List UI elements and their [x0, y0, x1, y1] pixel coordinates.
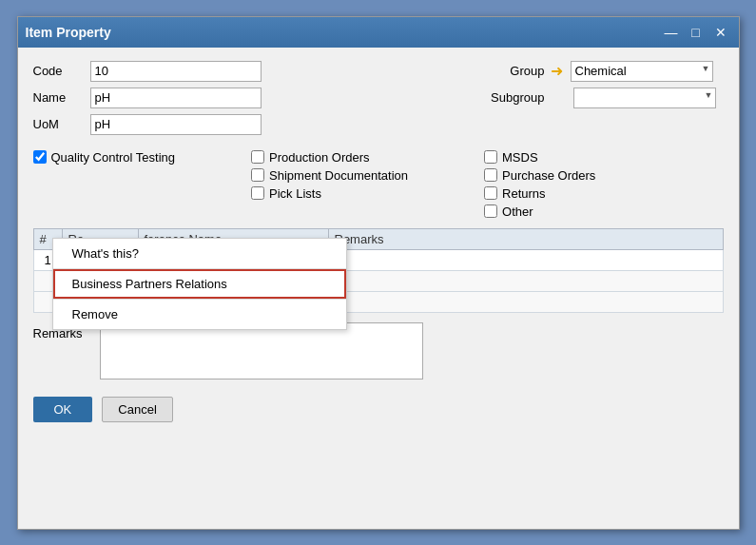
context-menu: What's this? Business Partners Relations…	[52, 238, 347, 330]
production-orders-checkbox[interactable]	[251, 150, 264, 164]
uom-input[interactable]	[90, 114, 262, 135]
context-menu-remove[interactable]: Remove	[53, 300, 346, 329]
checkbox-col-3: MSDS Purchase Orders Returns Other	[484, 150, 595, 219]
shipment-doc-checkbox-item: Shipment Documentation	[251, 168, 408, 183]
group-label: Group	[483, 64, 545, 78]
remarks-section: Remarks	[33, 322, 724, 380]
production-orders-checkbox-item: Production Orders	[251, 150, 408, 165]
name-row: Name	[33, 88, 262, 108]
remarks-textarea[interactable]	[100, 322, 423, 380]
returns-checkbox[interactable]	[484, 186, 497, 200]
content-area: Code Name UoM Group ➜	[18, 48, 739, 436]
title-bar: Item Property — □ ✕	[18, 17, 739, 48]
window-title: Item Property	[26, 25, 111, 40]
pick-lists-checkbox-item: Pick Lists	[251, 186, 408, 201]
window-controls: — □ ✕	[661, 23, 731, 42]
msds-checkbox[interactable]	[484, 150, 497, 164]
shipment-doc-checkbox[interactable]	[251, 168, 264, 182]
returns-label: Returns	[502, 186, 546, 201]
msds-label: MSDS	[502, 150, 538, 165]
production-orders-label: Production Orders	[269, 150, 370, 165]
ok-button[interactable]: OK	[33, 397, 93, 422]
msds-checkbox-item: MSDS	[484, 150, 595, 165]
purchase-orders-label: Purchase Orders	[502, 168, 595, 183]
cancel-button[interactable]: Cancel	[102, 397, 172, 422]
minimize-button[interactable]: —	[661, 23, 682, 42]
shipment-doc-label: Shipment Documentation	[269, 168, 408, 183]
group-select-wrapper: Chemical	[571, 61, 713, 82]
item-property-window: Item Property — □ ✕ Code Name UoM	[17, 16, 740, 530]
group-row: Group ➜ Chemical	[483, 61, 716, 82]
code-row: Code	[33, 61, 262, 82]
subgroup-label: Subgroup	[483, 90, 545, 105]
checkbox-col-1: Quality Control Testing	[33, 150, 176, 165]
other-checkbox-item: Other	[484, 204, 595, 219]
checkbox-col-2: Production Orders Shipment Documentation…	[251, 150, 408, 201]
arrow-icon: ➜	[551, 62, 563, 80]
name-label: Name	[33, 90, 90, 105]
cell-rem-3	[328, 291, 723, 312]
pick-lists-label: Pick Lists	[269, 186, 321, 201]
other-checkbox[interactable]	[484, 204, 497, 218]
cell-rem-2	[328, 270, 723, 291]
button-bar: OK Cancel	[33, 393, 724, 422]
purchase-orders-checkbox[interactable]	[484, 168, 497, 182]
context-menu-whats-this[interactable]: What's this?	[53, 239, 346, 268]
uom-row: UoM	[33, 114, 262, 135]
context-menu-business-partners[interactable]: Business Partners Relations	[53, 269, 346, 299]
group-select[interactable]: Chemical	[571, 61, 713, 82]
subgroup-select[interactable]	[573, 88, 716, 108]
subgroup-row: Subgroup	[483, 88, 716, 108]
cell-rem-1	[328, 249, 723, 270]
table-section: # Re ference Name Remarks 1	[33, 228, 724, 313]
code-label: Code	[33, 64, 90, 78]
code-input[interactable]	[90, 61, 262, 82]
pick-lists-checkbox[interactable]	[251, 186, 264, 200]
quality-control-checkbox-item: Quality Control Testing	[33, 150, 176, 165]
maximize-button[interactable]: □	[686, 23, 707, 42]
returns-checkbox-item: Returns	[484, 186, 595, 201]
name-input[interactable]	[90, 88, 262, 108]
close-button[interactable]: ✕	[710, 23, 731, 42]
quality-control-label: Quality Control Testing	[51, 150, 176, 165]
subgroup-select-wrapper	[573, 88, 716, 108]
quality-control-checkbox[interactable]	[33, 150, 47, 164]
col-header-remarks: Remarks	[328, 228, 723, 249]
purchase-orders-checkbox-item: Purchase Orders	[484, 168, 595, 183]
uom-label: UoM	[33, 117, 90, 131]
other-label: Other	[502, 204, 533, 219]
checkboxes-section: Quality Control Testing Production Order…	[33, 150, 724, 219]
